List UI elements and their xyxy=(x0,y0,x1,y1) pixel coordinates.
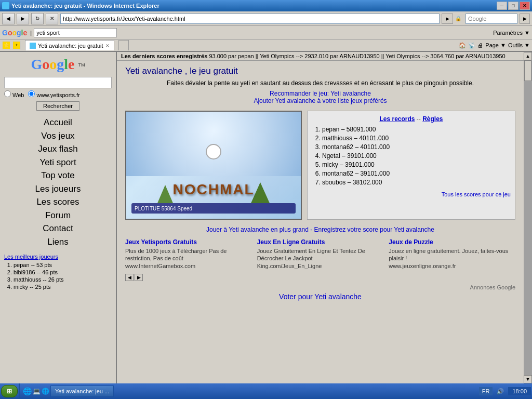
records-link[interactable]: Les records xyxy=(379,115,415,123)
game-frame[interactable]: NOCHMAL PLOTITUE 55864 Speed xyxy=(125,111,302,220)
search-button[interactable]: Rechercher xyxy=(36,101,79,111)
sidebar-item-contact[interactable]: Contact xyxy=(4,222,112,235)
google-logo-sidebar: Google TM xyxy=(4,56,112,73)
taskbar-clock: 18:00 xyxy=(508,387,531,395)
radio-site[interactable] xyxy=(28,90,35,97)
add-favorite-icon[interactable]: + xyxy=(12,41,21,49)
ad-link-1[interactable]: Jeux En Ligne Gratuits xyxy=(257,238,384,246)
record-item: matthiouss – 40101.000 xyxy=(322,135,511,142)
radio-group: Web www.yetisports.fr xyxy=(4,90,112,98)
sidebar-item-accueil[interactable]: Accueil xyxy=(4,116,112,129)
radio-web-label[interactable]: Web xyxy=(4,90,24,98)
sidebar-item-yetisport[interactable]: Yeti sport xyxy=(4,156,112,169)
addfav-link[interactable]: Ajouter Yeti avalanche à votre liste jeu… xyxy=(254,97,387,104)
play-big-anchor[interactable]: Jouer à Yeti avalanche en plus grand - E… xyxy=(206,226,434,233)
sidebar-item-jeuxflash[interactable]: Jeux flash xyxy=(4,142,112,156)
rules-link[interactable]: Règles xyxy=(422,115,443,123)
ad-link-0[interactable]: Jeux Yetisports Gratuits xyxy=(125,238,252,246)
back-button[interactable]: ◀ xyxy=(2,13,15,24)
google-ads-label: Annonces Google xyxy=(125,284,515,290)
favorites-bar: ⭐ + Yeti avalanche: jeu gratuit ✕ 🏠 📡 🖨 … xyxy=(0,39,532,52)
tab-close-icon[interactable]: ✕ xyxy=(105,43,110,48)
active-tab[interactable]: Yeti avalanche: jeu gratuit ✕ xyxy=(25,40,114,50)
ad-desc-0: Plus de 1000 jeux à Télécharger Pas de r… xyxy=(125,247,252,262)
record-item: montana62 – 40101.000 xyxy=(322,143,511,151)
sidebar-item-lesjoueurs[interactable]: Les joueurs xyxy=(4,182,112,196)
record-item: montana62 – 39101.000 xyxy=(322,170,511,177)
search-go-button[interactable]: ▶ xyxy=(520,14,530,24)
radio-web[interactable] xyxy=(4,90,11,97)
page-menu[interactable]: Page ▼ xyxy=(485,42,506,48)
ad-url-0: www.InternetGamebox.com xyxy=(125,262,252,270)
nav-arrows: ◀ ▶ xyxy=(125,274,515,281)
google-toolbar: Google | Paramètres ▼ xyxy=(0,26,532,39)
favorites-star-icon[interactable]: ⭐ xyxy=(2,41,10,49)
taskbar-ie2-icon: 🌐 xyxy=(42,388,49,395)
ad-desc-2: Jouez en ligne gratuitement. Jouez, fait… xyxy=(389,247,515,262)
sidebar-nav: Accueil Vos jeux Jeux flash Yeti sport T… xyxy=(4,116,112,248)
go-button[interactable]: ▶ xyxy=(442,14,453,24)
taskbar-lang: FR xyxy=(479,387,493,395)
sidebar-item-lesscores[interactable]: Les scores xyxy=(4,195,112,209)
ad-link-2[interactable]: Jeux de Puzzle xyxy=(389,238,515,246)
title-bar: Yeti avalanche: jeu gratuit - Windows In… xyxy=(0,0,532,11)
all-scores-link[interactable]: Tous les scores pour ce jeu xyxy=(312,191,511,197)
vote-anchor[interactable]: Voter pour Yeti avalanche xyxy=(279,292,362,301)
refresh-button[interactable]: ↻ xyxy=(31,13,44,24)
scroll-down-button[interactable]: ▼ xyxy=(524,375,532,383)
tools-menu[interactable]: Outils ▼ xyxy=(508,42,530,48)
recommend-link[interactable]: Recommander le jeu: Yeti avalanche xyxy=(270,90,371,97)
sidebar-item-liens[interactable]: Liens xyxy=(4,235,112,249)
ad-block-0: Jeux Yetisports Gratuits Plus de 1000 je… xyxy=(125,238,252,270)
print-icon[interactable]: 🖨 xyxy=(477,42,483,48)
taskbar-ie-label: Yeti avalanche: jeu ... xyxy=(55,388,109,394)
score-item: bibi9186 -- 46 pts xyxy=(14,269,112,275)
scores-list: pepan -- 53 pts bibi9186 -- 46 pts matth… xyxy=(4,262,112,290)
tab-label: Yeti avalanche: jeu gratuit xyxy=(38,43,103,49)
prev-arrow[interactable]: ◀ xyxy=(125,274,134,281)
vertical-scrollbar[interactable]: ▲ ▼ xyxy=(524,52,532,383)
address-bar: ◀ ▶ ↻ ✕ ▶ 🔒 ▶ xyxy=(0,11,532,26)
taskbar-ie-window[interactable]: Yeti avalanche: jeu ... xyxy=(50,385,114,397)
record-item: sboubos – 38102.000 xyxy=(322,179,511,186)
rss-icon[interactable]: 📡 xyxy=(468,42,475,49)
scroll-track[interactable] xyxy=(524,60,532,375)
ad-block-1: Jeux En Ligne Gratuits Jouez Gratuitemen… xyxy=(257,238,384,270)
minimize-button[interactable]: ─ xyxy=(497,2,507,10)
params-button[interactable]: Paramètres ▼ xyxy=(493,30,530,36)
address-input[interactable] xyxy=(60,14,440,24)
scroll-up-button[interactable]: ▲ xyxy=(524,52,532,60)
ad-url-1: King.com/Jeux_En_Ligne xyxy=(257,262,384,270)
google-toolbar-search[interactable] xyxy=(34,28,117,37)
taskbar-browser-icon: 💻 xyxy=(33,388,41,395)
sidebar-item-vosjeux[interactable]: Vos jeux xyxy=(4,129,112,143)
maximize-button[interactable]: □ xyxy=(508,2,518,10)
sidebar-item-topvote[interactable]: Top vote xyxy=(4,169,112,182)
content-inner: Yeti avalanche , le jeu gratuit Faites d… xyxy=(117,61,524,306)
new-tab[interactable] xyxy=(118,40,129,50)
search-input[interactable] xyxy=(466,14,517,24)
sidebar-search-input[interactable] xyxy=(4,77,112,88)
records-panel: Les records -- Règles pepan – 58091.000 … xyxy=(307,111,515,220)
window-title: Yeti avalanche: jeu gratuit - Windows In… xyxy=(11,3,159,9)
start-button[interactable]: ⊞ xyxy=(1,385,18,397)
page-subtitle: Faites dévaler la pente au yeti en sauta… xyxy=(125,79,515,87)
game-area: NOCHMAL PLOTITUE 55864 Speed Les records… xyxy=(125,111,515,220)
records-list: pepan – 58091.000 matthiouss – 40101.000… xyxy=(312,126,511,186)
home-icon[interactable]: 🏠 xyxy=(459,42,466,49)
taskbar: ⊞ 🌐 💻 🌐 Yeti avalanche: jeu ... FR 🔊 18:… xyxy=(0,383,532,399)
radio-site-label[interactable]: www.yetisports.fr xyxy=(28,90,79,98)
forward-button[interactable]: ▶ xyxy=(17,13,29,24)
records-separator: -- xyxy=(417,115,422,123)
sidebar-item-forum[interactable]: Forum xyxy=(4,209,112,222)
toolbar-separator: | xyxy=(30,30,32,36)
scores-title[interactable]: Les meilleurs joueurs xyxy=(4,254,112,260)
all-scores-anchor[interactable]: Tous les scores pour ce jeu xyxy=(442,191,511,197)
next-arrow[interactable]: ▶ xyxy=(135,274,143,281)
taskbar-right: FR 🔊 18:00 xyxy=(479,387,531,395)
scroll-thumb[interactable] xyxy=(524,60,531,81)
ie-icon xyxy=(2,2,9,9)
record-item: micky – 39101.000 xyxy=(322,161,511,168)
close-button[interactable]: ✕ xyxy=(520,2,530,10)
stop-button[interactable]: ✕ xyxy=(46,13,58,24)
